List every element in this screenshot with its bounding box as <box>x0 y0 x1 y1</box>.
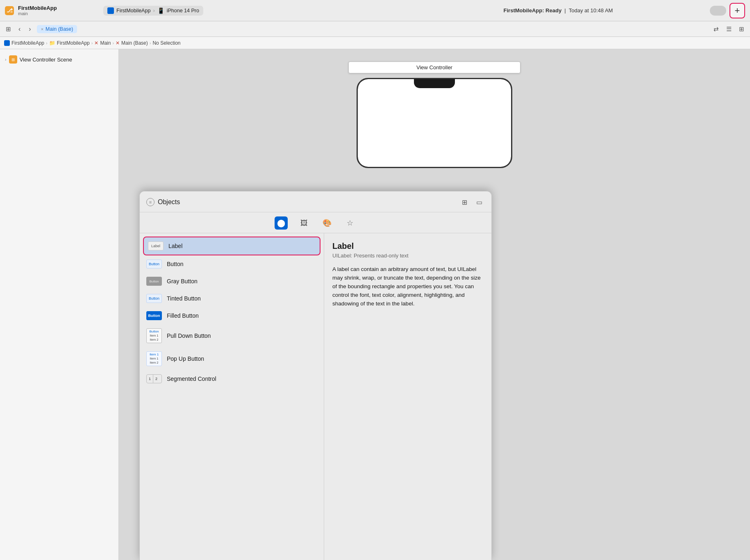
breadcrumb-no-selection: No Selection <box>152 40 180 46</box>
breadcrumb-folder-icon: 📁 <box>49 40 55 46</box>
gray-button-icon: Button <box>146 277 162 286</box>
canvas-area[interactable]: View Controller ≡ Objects ⊞ ▭ <box>119 49 750 560</box>
popup-button-item-name: Pop Up Button <box>167 355 204 362</box>
breadcrumb-main: Main <box>100 40 111 46</box>
pulldown-button-icon: Button Item 1Item 2 <box>146 328 162 343</box>
scheme-selector[interactable]: FirstMobileApp › 📱 iPhone 14 Pro <box>103 6 203 16</box>
tab-ui-elements[interactable]: ⬤ <box>275 216 288 230</box>
objects-tabs: ⬤ 🖼 🎨 ☆ <box>140 212 491 233</box>
branch-label: main <box>18 11 57 16</box>
label-item-name: Label <box>168 243 182 249</box>
tab-images[interactable]: 🖼 <box>298 216 311 230</box>
breadcrumb-app-icon <box>4 40 10 46</box>
add-button[interactable]: + <box>730 3 745 18</box>
phone-screen <box>358 79 511 167</box>
tab-favorites[interactable]: ☆ <box>343 216 357 230</box>
list-item-label[interactable]: Label Label <box>143 237 320 255</box>
back-button[interactable]: ‹ <box>16 25 23 34</box>
breadcrumb-folder: FirstMobileApp <box>57 40 90 46</box>
titlebar-center: FirstMobileApp › 📱 iPhone 14 Pro <box>95 6 407 16</box>
toolbar-right-icons: ⇄ ☰ ⊞ <box>712 24 746 34</box>
objects-filter-icon[interactable]: ≡ <box>146 198 155 206</box>
list-item-popup-button[interactable]: Item 1 Item 1Item 2 Pop Up Button <box>140 347 324 370</box>
list-icon[interactable]: ☰ <box>725 24 733 34</box>
sidebar-item-label: View Controller Scene <box>20 57 72 63</box>
breadcrumb-x1: ✕ <box>94 40 98 46</box>
gray-button-item-name: Gray Button <box>167 278 198 285</box>
list-item-pulldown-button[interactable]: Button Item 1Item 2 Pull Down Button <box>140 324 324 347</box>
device-icon: 📱 <box>157 7 164 14</box>
breadcrumb: FirstMobileApp › 📁 FirstMobileApp › ✕ Ma… <box>0 37 750 49</box>
segmented-control-item-name: Segmented Control <box>167 376 216 382</box>
detail-subtitle: UILabel: Presents read-only text <box>332 253 483 259</box>
titlebar-right: + <box>710 3 745 18</box>
list-item-tinted-button[interactable]: Button Tinted Button <box>140 290 324 307</box>
sidebar: › ⊞ View Controller Scene <box>0 49 119 560</box>
breadcrumb-x2: ✕ <box>116 40 120 46</box>
pulldown-button-item-name: Pull Down Button <box>167 332 211 339</box>
tinted-button-icon: Button <box>146 294 162 303</box>
filled-button-item-name: Filled Button <box>167 312 199 319</box>
status-text: FirstMobileApp: Ready <box>504 7 562 14</box>
app-icon: ⎇ <box>5 6 14 15</box>
sidebar-scene-icon: ⊞ <box>9 55 17 64</box>
objects-title-label: Objects <box>158 198 180 206</box>
detail-description: A label can contain an arbitrary amount … <box>332 265 483 308</box>
toggle-button[interactable] <box>710 6 726 16</box>
grid-view-btn[interactable]: ⊞ <box>459 196 470 208</box>
label-icon: Label <box>148 241 164 250</box>
button-item-name: Button <box>167 261 183 267</box>
objects-detail: Label UILabel: Presents read-only text A… <box>324 233 491 560</box>
scheme-label: FirstMobileApp <box>116 8 150 14</box>
objects-header: ≡ Objects ⊞ ▭ <box>140 191 491 212</box>
objects-panel: ≡ Objects ⊞ ▭ ⬤ 🖼 🎨 ☆ <box>139 191 492 560</box>
add-editor-icon[interactable]: ⊞ <box>737 24 746 34</box>
sidebar-item-view-controller-scene[interactable]: › ⊞ View Controller Scene <box>0 53 118 66</box>
list-item-filled-button[interactable]: Button Filled Button <box>140 307 324 324</box>
refresh-icon[interactable]: ⇄ <box>712 24 720 34</box>
popup-button-icon: Item 1 Item 1Item 2 <box>146 351 162 366</box>
tinted-button-item-name: Tinted Button <box>167 295 201 302</box>
status-area: FirstMobileApp: Ready | Today at 10:48 A… <box>407 7 710 14</box>
button-icon: Button <box>146 260 162 269</box>
main-area: › ⊞ View Controller Scene View Controlle… <box>0 49 750 560</box>
detail-title: Label <box>332 241 483 251</box>
tab-label: Main (Base) <box>45 26 73 32</box>
timestamp: Today at 10:48 AM <box>569 7 613 14</box>
device-label: iPhone 14 Pro <box>167 8 199 14</box>
scheme-icon <box>107 7 114 14</box>
objects-title: ≡ Objects <box>146 198 180 206</box>
list-view-btn[interactable]: ▭ <box>473 196 485 208</box>
toolbar: ⊞ ‹ › × Main (Base) ⇄ ☰ ⊞ <box>0 21 750 37</box>
view-controller-box: View Controller <box>348 61 520 73</box>
titlebar: ⎇ FirstMobileApp main FirstMobileApp › 📱… <box>0 0 750 21</box>
breadcrumb-app: FirstMobileApp <box>11 40 44 46</box>
list-item-segmented-control[interactable]: 1 2 Segmented Control <box>140 370 324 387</box>
objects-view-icons: ⊞ ▭ <box>459 196 485 208</box>
tab-close-icon[interactable]: × <box>41 27 43 32</box>
titlebar-app-name: FirstMobileApp main <box>18 5 57 16</box>
view-controller-label: View Controller <box>416 64 452 71</box>
titlebar-left: ⎇ FirstMobileApp main <box>5 5 95 16</box>
main-base-tab[interactable]: × Main (Base) <box>37 25 77 33</box>
tab-colors[interactable]: 🎨 <box>320 216 334 230</box>
app-name-label: FirstMobileApp <box>18 5 57 11</box>
phone-mockup <box>357 78 512 168</box>
filled-button-icon: Button <box>146 311 162 320</box>
list-item-gray-button[interactable]: Button Gray Button <box>140 273 324 290</box>
forward-button[interactable]: › <box>26 25 33 34</box>
sidebar-expand-arrow: › <box>5 57 7 62</box>
objects-body: Label Label Button Button Button Gray Bu… <box>140 233 491 560</box>
breadcrumb-main-base: Main (Base) <box>121 40 148 46</box>
list-item-button[interactable]: Button Button <box>140 255 324 273</box>
segmented-control-icon: 1 2 <box>146 374 162 383</box>
phone-notch <box>414 79 455 88</box>
sidebar-toggle-icon[interactable]: ⊞ <box>4 24 13 34</box>
objects-list: Label Label Button Button Button Gray Bu… <box>140 233 324 560</box>
